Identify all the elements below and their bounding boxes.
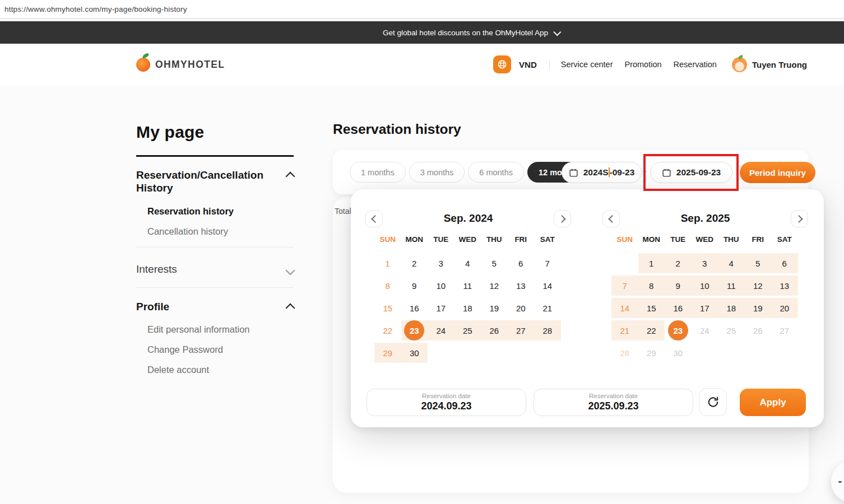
calendar-month-title: Sep. 2024 xyxy=(388,212,549,225)
sidebar-item-change-password[interactable]: Change Password xyxy=(147,344,294,355)
day-cell[interactable]: 19 xyxy=(745,297,772,319)
day-cell[interactable]: 22 xyxy=(374,319,401,342)
next-month-button[interactable] xyxy=(791,210,808,227)
day-cell[interactable]: 21 xyxy=(534,297,561,319)
day-cell[interactable]: 7 xyxy=(534,252,561,274)
brand-logo[interactable]: OHMYHOTEL xyxy=(136,58,225,72)
day-cell[interactable]: 5 xyxy=(481,252,508,274)
day-cell: 25 xyxy=(718,319,745,342)
sidebar-item-delete-account[interactable]: Delete account xyxy=(147,365,294,375)
period-inquiry-button[interactable]: Period inquiry xyxy=(740,162,815,183)
day-cell[interactable]: 27 xyxy=(508,319,535,342)
day-cell[interactable]: 13 xyxy=(508,274,535,297)
day-cell[interactable]: 20 xyxy=(771,297,798,319)
day-cell[interactable]: 18 xyxy=(455,297,481,319)
section-label: Profile xyxy=(136,300,268,313)
day-cell[interactable]: 9 xyxy=(665,274,692,297)
sidebar-item-edit-personal-information[interactable]: Edit personal information xyxy=(147,324,294,335)
app-promo-banner[interactable]: Get global hotel discounts on the OhMyHo… xyxy=(0,21,844,44)
nav-service-center[interactable]: Service center xyxy=(561,60,613,69)
day-cell[interactable]: 16 xyxy=(401,297,428,319)
sidebar-section-interests[interactable]: Interests xyxy=(136,263,294,276)
day-cell[interactable]: 28 xyxy=(534,319,561,342)
day-cell[interactable]: 17 xyxy=(692,297,718,319)
sidebar: My page Reservation/Cancellation History… xyxy=(136,123,294,375)
day-cell[interactable]: 10 xyxy=(428,274,455,297)
sidebar-item-reservation-history[interactable]: Reservation history xyxy=(147,206,294,217)
day-cell[interactable]: 9 xyxy=(401,274,428,297)
day-cell[interactable]: 20 xyxy=(508,297,535,319)
range-6-months-button[interactable]: 6 months xyxy=(468,162,524,183)
currency-selector[interactable]: VND xyxy=(519,60,537,69)
summary-label: Reservation date xyxy=(589,393,638,399)
day-cell[interactable]: 6 xyxy=(508,252,535,274)
summary-value: 2025.09.23 xyxy=(588,400,638,412)
day-cell[interactable]: 25 xyxy=(455,319,481,342)
language-button[interactable] xyxy=(493,55,511,73)
day-cell[interactable]: 24 xyxy=(428,319,455,342)
day-cell[interactable]: 11 xyxy=(455,274,481,297)
chevron-right-icon xyxy=(558,214,565,222)
browser-address-bar[interactable]: https://www.ohmyhotel.com/my-page/bookin… xyxy=(0,0,844,18)
day-cell[interactable]: 2 xyxy=(665,252,692,274)
reset-button[interactable] xyxy=(699,388,727,416)
day-cell[interactable]: 14 xyxy=(611,297,638,319)
day-cell[interactable]: 21 xyxy=(611,319,638,342)
day-cell[interactable]: 11 xyxy=(718,274,745,297)
day-cell[interactable]: 10 xyxy=(692,274,718,297)
day-cell[interactable]: 19 xyxy=(481,297,508,319)
day-cell[interactable]: 18 xyxy=(718,297,745,319)
range-1-months-button[interactable]: 1 months xyxy=(350,162,406,183)
prev-month-button[interactable] xyxy=(365,210,383,227)
day-cell[interactable]: 3 xyxy=(692,252,718,274)
day-cell[interactable]: 7 xyxy=(611,274,638,297)
weekday-label: MON xyxy=(401,235,428,244)
day-cell[interactable]: 1 xyxy=(638,252,665,274)
chevron-left-icon xyxy=(608,214,616,222)
page-title: My page xyxy=(136,123,294,142)
day-cell[interactable]: 15 xyxy=(374,297,401,319)
day-cell-selected[interactable]: 23 xyxy=(401,319,428,342)
sidebar-section-profile[interactable]: Profile xyxy=(136,300,294,313)
day-cell[interactable]: 8 xyxy=(638,274,665,297)
nav-promotion[interactable]: Promotion xyxy=(624,60,661,69)
avatar[interactable] xyxy=(732,57,747,72)
day-cell[interactable]: 29 xyxy=(374,342,401,364)
date-to-input[interactable]: 2025-09-23 xyxy=(650,162,732,183)
day-cell[interactable]: 14 xyxy=(534,274,561,297)
date-from-value: 2024S-09-23 xyxy=(583,167,635,178)
day-cell-selected[interactable]: 23 xyxy=(665,319,692,342)
day-cell[interactable]: 5 xyxy=(745,252,772,274)
weekday-label: SUN xyxy=(374,235,401,244)
summary-label: Reservation date xyxy=(422,393,471,399)
day-cell[interactable]: 2 xyxy=(401,252,428,274)
day-cell[interactable]: 16 xyxy=(665,297,692,319)
day-cell[interactable]: 8 xyxy=(374,274,401,297)
range-3-months-button[interactable]: 3 months xyxy=(409,162,465,183)
prev-month-button[interactable] xyxy=(602,210,620,227)
day-cell[interactable]: 30 xyxy=(401,342,428,364)
day-cell[interactable]: 12 xyxy=(745,274,772,297)
day-cell[interactable]: 17 xyxy=(428,297,455,319)
day-cell[interactable]: 6 xyxy=(771,252,798,274)
day-cell[interactable]: 1 xyxy=(374,252,401,274)
sidebar-section-reservation-cancellation[interactable]: Reservation/Cancellation History xyxy=(136,169,294,194)
sidebar-divider xyxy=(136,287,294,288)
day-cell[interactable]: 26 xyxy=(481,319,508,342)
apply-button[interactable]: Apply xyxy=(740,389,806,416)
date-from-input[interactable]: 2024S-09-23 xyxy=(562,162,642,183)
app-promo-inner: Get global hotel discounts on the OhMyHo… xyxy=(136,21,807,44)
day-cell[interactable]: 15 xyxy=(638,297,665,319)
day-cell[interactable]: 4 xyxy=(455,252,481,274)
day-cell[interactable]: 4 xyxy=(718,252,745,274)
day-cell[interactable]: 12 xyxy=(481,274,508,297)
day-cell: 30 xyxy=(665,342,692,364)
day-cell[interactable]: 13 xyxy=(771,274,798,297)
user-name[interactable]: Tuyen Truong xyxy=(752,60,807,69)
summary-value: 2024.09.23 xyxy=(421,400,471,412)
next-month-button[interactable] xyxy=(554,210,571,227)
sidebar-item-cancellation-history[interactable]: Cancellation history xyxy=(147,226,294,237)
day-cell[interactable]: 3 xyxy=(428,252,455,274)
day-cell[interactable]: 22 xyxy=(638,319,665,342)
nav-reservation[interactable]: Reservation xyxy=(674,60,717,69)
